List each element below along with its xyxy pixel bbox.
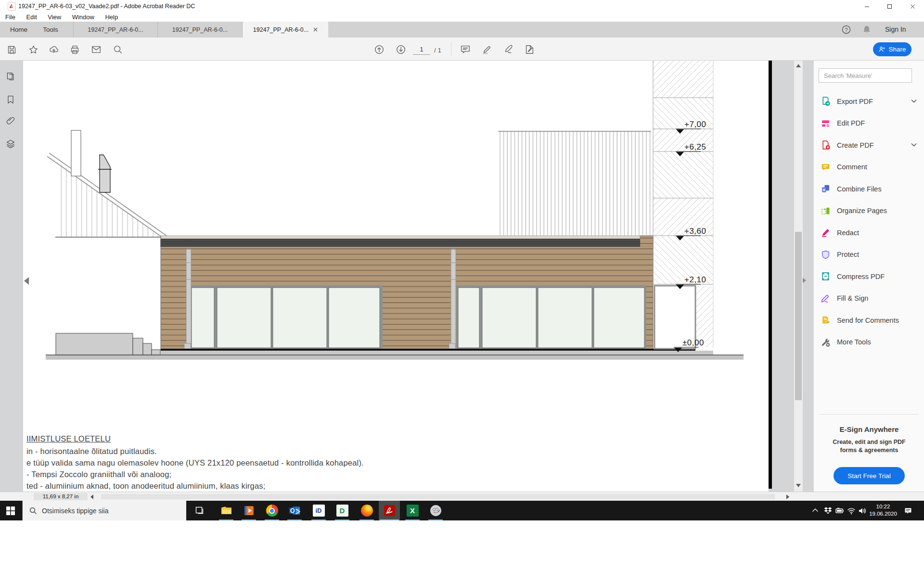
volume-icon[interactable] [858, 506, 867, 515]
panel-item-combine-files[interactable]: Combine Files [814, 178, 924, 200]
clock-time: 10:22 [866, 503, 900, 510]
tab-tools[interactable]: Tools [35, 22, 66, 38]
minimize-button[interactable] [860, 2, 874, 11]
tray-expand-chevron-icon[interactable] [811, 506, 820, 515]
chrome-icon[interactable] [261, 501, 282, 520]
menu-help[interactable]: Help [101, 13, 122, 21]
fill-sign-icon [821, 293, 831, 304]
pdf-page[interactable]: +7,00 +6,25 +3,60 +2,10 ±0,00 IIMISTLU [23, 61, 769, 492]
start-button[interactable] [0, 501, 21, 520]
level-label: +6,25 [684, 142, 706, 152]
comment-tool-icon[interactable] [460, 44, 471, 55]
tab-home[interactable]: Home [4, 22, 34, 38]
dropbox-icon[interactable] [824, 506, 833, 515]
redact-icon [821, 228, 831, 238]
base-line [161, 349, 695, 351]
panel-item-create-pdf[interactable]: Create PDF [814, 134, 924, 156]
share-button[interactable]: Share [873, 42, 911, 56]
panel-item-organize-pages[interactable]: Organize Pages [814, 200, 924, 222]
elevation-drawing: +7,00 +6,25 +3,60 +2,10 ±0,00 [23, 61, 769, 492]
title-bar: 19247_PP_AR-6-03_v02_Vaade2.pdf - Adobe … [0, 0, 924, 13]
panel-item-protect[interactable]: Protect [814, 244, 924, 266]
menu-view[interactable]: View [43, 13, 65, 21]
panel-item-comment[interactable]: Comment [814, 156, 924, 178]
digidoc-crypto-icon[interactable]: D [332, 501, 353, 520]
layers-icon[interactable] [6, 139, 15, 149]
firefox-icon[interactable] [356, 501, 377, 520]
scroll-up-icon[interactable] [796, 64, 801, 67]
attachments-paperclip-icon[interactable] [6, 116, 15, 126]
star-icon[interactable] [27, 44, 39, 55]
gimp-icon[interactable] [425, 501, 446, 520]
upload-cloud-icon[interactable] [48, 44, 60, 55]
menu-file[interactable]: File [1, 13, 20, 21]
panel-item-send-for-comments[interactable]: Send for Comments [814, 309, 924, 331]
email-icon[interactable] [90, 44, 102, 55]
highlight-tool-icon[interactable] [481, 44, 493, 55]
scroll-down-icon[interactable] [796, 484, 801, 487]
fill-sign-tool-icon[interactable] [503, 44, 514, 55]
sign-in-button[interactable]: Sign In [885, 25, 906, 33]
comment-icon [821, 162, 831, 172]
horizontal-scroll-thumb[interactable] [101, 494, 775, 499]
movies-tv-icon[interactable] [238, 501, 259, 520]
existing-house-gable [47, 130, 173, 242]
digidoc-id-icon[interactable]: iD [308, 501, 329, 520]
close-button[interactable] [905, 2, 920, 11]
clock[interactable]: 10:22 19.06.2020 [866, 503, 900, 518]
taskbar-search-input[interactable]: Otsimiseks tippige siia [22, 501, 186, 520]
chevron-down-icon[interactable] [911, 99, 917, 103]
battery-icon[interactable] [835, 506, 844, 515]
task-view-icon[interactable] [189, 501, 210, 520]
panel-item-redact[interactable]: Redact [814, 222, 924, 244]
tab-document-1[interactable]: 19247_PP_AR-6-0... [73, 22, 158, 38]
desktop: 19247_PP_AR-6-03_v02_Vaade2.pdf - Adobe … [0, 0, 924, 582]
search-zoom-icon[interactable] [112, 44, 124, 55]
vertical-scroll-thumb[interactable] [795, 232, 802, 400]
send-sign-tool-icon[interactable] [524, 44, 535, 55]
svg-text:?: ? [845, 27, 847, 33]
hscroll-left-icon[interactable] [90, 494, 93, 499]
page-number-input[interactable]: 1 [413, 46, 430, 55]
panel-item-more-tools[interactable]: More Tools [814, 331, 924, 354]
combine-files-icon [821, 184, 831, 194]
help-icon[interactable]: ? [842, 25, 851, 34]
hscroll-right-icon[interactable] [786, 494, 789, 499]
panel-item-compress-pdf[interactable]: Compress PDF [814, 266, 924, 288]
window-title: 19247_PP_AR-6-03_v02_Vaade2.pdf - Adobe … [18, 3, 195, 10]
acrobat-app-icon [8, 2, 16, 11]
roof-vent-pipe [98, 155, 112, 192]
maximize-button[interactable] [882, 2, 897, 11]
status-bar: 11,69 x 8,27 in [0, 492, 924, 501]
chevron-down-icon[interactable] [911, 143, 917, 147]
previous-page-icon[interactable] [373, 44, 385, 55]
vertical-scrollbar[interactable] [794, 61, 803, 492]
outlook-icon[interactable] [284, 501, 305, 520]
tab-document-2[interactable]: 19247_PP_AR-6-0... [158, 22, 243, 38]
start-free-trial-button[interactable]: Start Free Trial [834, 467, 905, 484]
plinth [161, 351, 713, 355]
next-page-icon[interactable] [395, 44, 407, 55]
save-icon[interactable] [6, 44, 17, 55]
panel-item-edit-pdf[interactable]: Edit PDF [814, 113, 924, 135]
panel-item-export-pdf[interactable]: Export PDF [814, 90, 924, 113]
wifi-icon[interactable] [847, 506, 856, 515]
excel-icon[interactable]: X [402, 501, 423, 520]
roof-fascia [161, 239, 640, 247]
panel-search-input[interactable] [819, 68, 912, 83]
menu-window[interactable]: Window [68, 13, 99, 21]
bookmarks-icon[interactable] [6, 95, 15, 104]
tab-close-icon[interactable] [313, 27, 318, 32]
tab-document-3-active[interactable]: 19247_PP_AR-6-0... [243, 22, 328, 38]
collapse-left-pane-icon[interactable] [24, 277, 29, 285]
file-explorer-icon[interactable] [216, 501, 237, 520]
panel-item-fill-sign[interactable]: Fill & Sign [814, 288, 924, 310]
document-work-area: +7,00 +6,25 +3,60 +2,10 ±0,00 IIMISTLU [0, 61, 924, 492]
acrobat-reader-icon[interactable] [379, 501, 400, 520]
page-thumbnails-icon[interactable] [6, 72, 15, 81]
page-total-label: / 1 [434, 47, 441, 54]
action-center-icon[interactable] [904, 506, 912, 515]
notification-bell-icon[interactable] [862, 25, 871, 34]
print-icon[interactable] [69, 44, 80, 55]
menu-edit[interactable]: Edit [22, 13, 41, 21]
